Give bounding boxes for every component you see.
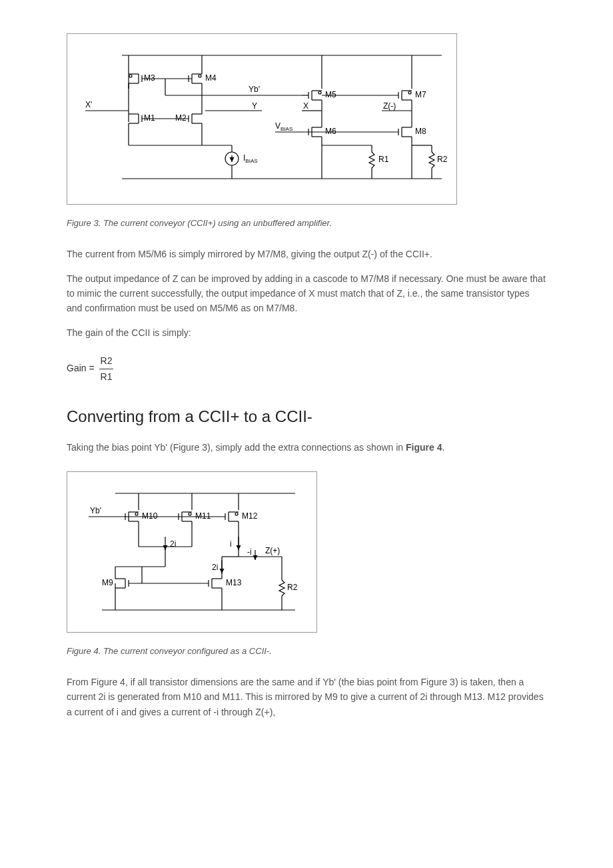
m3-label: M3	[144, 73, 155, 83]
twoi-a-label: 2i	[170, 539, 176, 549]
r2-4-label: R2	[287, 583, 298, 592]
vbias-sub-label: BIAS	[281, 126, 293, 132]
m12-label: M12	[242, 511, 258, 521]
m6-label: M6	[325, 127, 336, 136]
svg-text:IBIAS: IBIAS	[243, 153, 258, 164]
equation-fraction: R2 R1	[99, 353, 114, 384]
para4-b: Figure 4	[406, 442, 442, 453]
figure-4-box: Yb' M10 M11	[67, 471, 317, 633]
m7-label: M7	[415, 90, 426, 99]
figure-4-svg: Yb' M10 M11	[75, 480, 308, 620]
m5-label: M5	[325, 90, 336, 99]
svg-text:VBIAS: VBIAS	[275, 121, 293, 132]
ybp4-label: Yb'	[90, 506, 101, 515]
section-heading: Converting from a CCII+ to a CCII-	[67, 404, 546, 429]
svg-point-69	[408, 91, 411, 94]
m9-label: M9	[102, 578, 113, 587]
para4-c: .	[442, 442, 445, 453]
equation-lhs: Gain =	[67, 363, 95, 373]
r2-label: R2	[437, 155, 448, 164]
negi-label: -i	[247, 547, 252, 557]
svg-point-90	[135, 513, 138, 515]
r1-label: R1	[378, 155, 389, 164]
paragraph-5: From Figure 4, if all transistor dimensi…	[67, 675, 546, 719]
y-label: Y	[252, 101, 257, 111]
m13-label: M13	[226, 578, 242, 587]
i-label: i	[230, 539, 232, 549]
svg-point-8	[129, 75, 132, 77]
ybp-label: Yb'	[249, 85, 260, 94]
svg-point-48	[318, 91, 321, 94]
figure-4-caption: Figure 4. The current conveyor configure…	[67, 645, 546, 659]
xprime-label: X'	[85, 100, 92, 109]
svg-point-106	[235, 513, 238, 515]
paragraph-2: The output impedance of Z can be improve…	[67, 271, 546, 316]
x-label: X	[303, 101, 308, 111]
ibias-sub-label: BIAS	[245, 158, 257, 164]
equation-numerator: R2	[99, 353, 114, 369]
svg-point-99	[189, 513, 191, 515]
vbias-label: V	[275, 121, 281, 131]
figure-3-caption: Figure 3. The current conveyor (CCII+) u…	[67, 217, 546, 231]
gain-equation: Gain = R2 R1	[67, 353, 546, 384]
para4-a: Taking the bias point Yb' (Figure 3), si…	[67, 442, 406, 453]
figure-3-box: X' M1 M3 M4	[67, 33, 457, 205]
svg-point-23	[199, 75, 201, 77]
figure-3-svg: X' M1 M3 M4	[75, 42, 448, 192]
m4-label: M4	[205, 73, 217, 83]
m10-label: M10	[142, 511, 158, 521]
m1-label: M1	[144, 113, 155, 123]
m11-label: M11	[195, 511, 211, 521]
twoi-b-label: 2i	[212, 563, 218, 572]
equation-denominator: R1	[99, 369, 114, 384]
paragraph-1: The current from M5/M6 is simply mirrore…	[67, 247, 546, 261]
paragraph-3: The gain of the CCII is simply:	[67, 325, 546, 340]
zpos-label: Z(+)	[265, 546, 280, 555]
m2-label: M2	[175, 113, 187, 123]
paragraph-4: Taking the bias point Yb' (Figure 3), si…	[67, 440, 546, 455]
zneg-label: Z(-)	[383, 101, 396, 111]
m8-label: M8	[415, 127, 426, 136]
